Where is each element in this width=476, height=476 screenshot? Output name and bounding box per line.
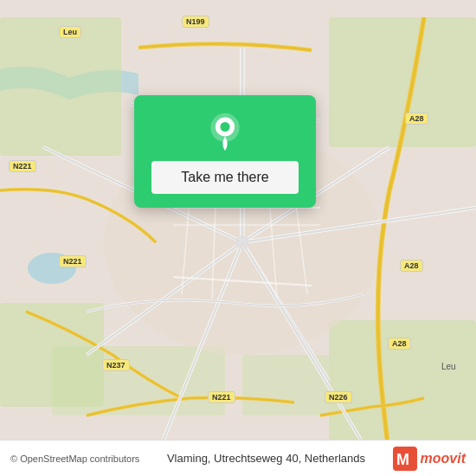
location-card: Take me there	[134, 95, 316, 208]
pin-icon	[204, 111, 246, 152]
road-label-n221-3: N221	[208, 391, 235, 403]
map-svg	[0, 0, 476, 476]
svg-point-11	[220, 122, 229, 132]
road-label-eem: Leu	[59, 26, 81, 38]
road-label-a28-3: A28	[388, 338, 411, 350]
take-me-there-button[interactable]: Take me there	[151, 161, 299, 194]
svg-rect-1	[0, 17, 121, 156]
svg-point-8	[235, 235, 249, 249]
road-label-n199: N199	[182, 16, 209, 28]
moovit-icon-svg: M	[393, 447, 417, 471]
road-label-n221-2: N221	[59, 255, 87, 267]
road-label-a28-1: A28	[405, 113, 428, 125]
bottom-bar: © OpenStreetMap contributors Vlaming, Ut…	[0, 440, 476, 476]
map-container: N199 Leu A28 N221 N221 A28 A28 N237 N221…	[0, 0, 476, 476]
moovit-text: moovit	[421, 451, 466, 466]
moovit-logo: M moovit	[393, 447, 466, 471]
address-text: Vlaming, Utrechtseweg 40, Netherlands	[139, 452, 392, 465]
road-label-n237: N237	[102, 359, 130, 371]
road-label-n221-1: N221	[9, 160, 36, 172]
leu-label: Leu	[441, 362, 456, 371]
copyright-section: © OpenStreetMap contributors	[10, 453, 139, 464]
road-label-n226: N226	[325, 391, 352, 403]
road-label-a28-2: A28	[400, 260, 423, 272]
svg-text:M: M	[396, 451, 409, 468]
copyright-text: © OpenStreetMap contributors	[10, 453, 139, 464]
